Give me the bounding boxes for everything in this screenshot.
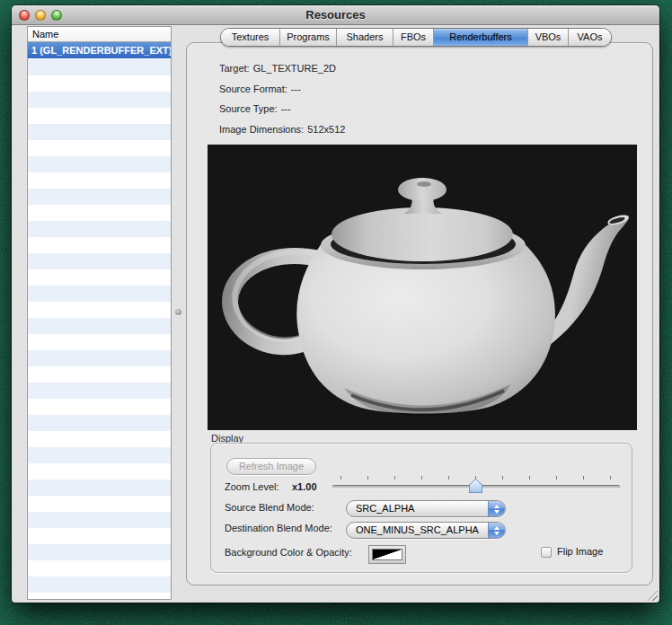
list-item-renderbuffer[interactable]: 1 (GL_RENDERBUFFER_EXT) (28, 42, 171, 58)
source-format-value: --- (291, 84, 301, 94)
tab-textures[interactable]: Textures (221, 29, 280, 46)
tab-vaos[interactable]: VAOs (569, 29, 611, 46)
image-dimensions-info: Image Dimensions:512x512 (219, 124, 345, 135)
tab-shaders[interactable]: Shaders (337, 29, 393, 46)
tab-renderbuffers[interactable]: Renderbuffers (434, 29, 528, 46)
source-type-value: --- (281, 103, 291, 114)
target-value: GL_TEXTURE_2D (253, 63, 336, 74)
image-dimensions-value: 512x512 (307, 124, 345, 135)
utah-teapot-render (208, 145, 637, 430)
target-label: Target: (219, 63, 250, 74)
background-color-opacity-label: Background Color & Opacity: (225, 547, 352, 558)
resource-list: Name 1 (GL_RENDERBUFFER_EXT) (27, 26, 172, 600)
name-column-header[interactable]: Name (28, 27, 171, 42)
zoom-level-value: x1.00 (292, 481, 317, 492)
color-opacity-swatch-icon (372, 549, 402, 560)
resize-grip-icon[interactable] (646, 589, 658, 601)
display-group-box: Refresh Image Zoom Level: x1.00 Source B… (210, 443, 632, 573)
title-bar[interactable]: Resources (12, 5, 659, 25)
flip-image-label: Flip Image (557, 546, 603, 557)
resource-tabs: Textures Programs Shaders FBOs Renderbuf… (220, 28, 612, 47)
source-blend-mode-label: Source Blend Mode: (225, 502, 314, 513)
source-format-info: Source Format:--- (219, 84, 301, 94)
popup-arrows-icon (488, 501, 505, 516)
window-title: Resources (12, 5, 659, 25)
source-blend-mode-popup[interactable]: SRC_ALPHA (346, 500, 506, 517)
resources-window: Resources Name 1 (GL_RENDERBUFFER_EXT) T… (12, 5, 659, 603)
destination-blend-mode-value: ONE_MINUS_SRC_ALPHA (347, 523, 488, 538)
background-color-well[interactable] (368, 545, 406, 564)
tab-programs[interactable]: Programs (280, 29, 337, 46)
zoom-level-label: Zoom Level: (225, 481, 279, 492)
destination-blend-mode-label: Destination Blend Mode: (225, 523, 332, 533)
texture-image-view (208, 145, 637, 430)
slider-thumb[interactable] (469, 479, 482, 493)
splitter-handle[interactable] (175, 309, 181, 315)
image-dimensions-label: Image Dimensions: (219, 124, 304, 135)
empty-list-stripes (28, 59, 171, 599)
source-blend-mode-value: SRC_ALPHA (347, 501, 488, 516)
source-type-label: Source Type: (219, 103, 278, 114)
tab-content-panel: Target:GL_TEXTURE_2D Source Format:--- S… (186, 42, 653, 585)
tab-fbos[interactable]: FBOs (393, 29, 434, 46)
target-info: Target:GL_TEXTURE_2D (219, 63, 336, 74)
source-type-info: Source Type:--- (219, 103, 291, 114)
destination-blend-mode-popup[interactable]: ONE_MINUS_SRC_ALPHA (346, 522, 506, 539)
popup-arrows-icon (488, 523, 505, 538)
refresh-image-button[interactable]: Refresh Image (226, 458, 316, 475)
source-format-label: Source Format: (219, 84, 287, 94)
tab-vbos[interactable]: VBOs (528, 29, 569, 46)
flip-image-checkbox[interactable] (541, 547, 552, 558)
